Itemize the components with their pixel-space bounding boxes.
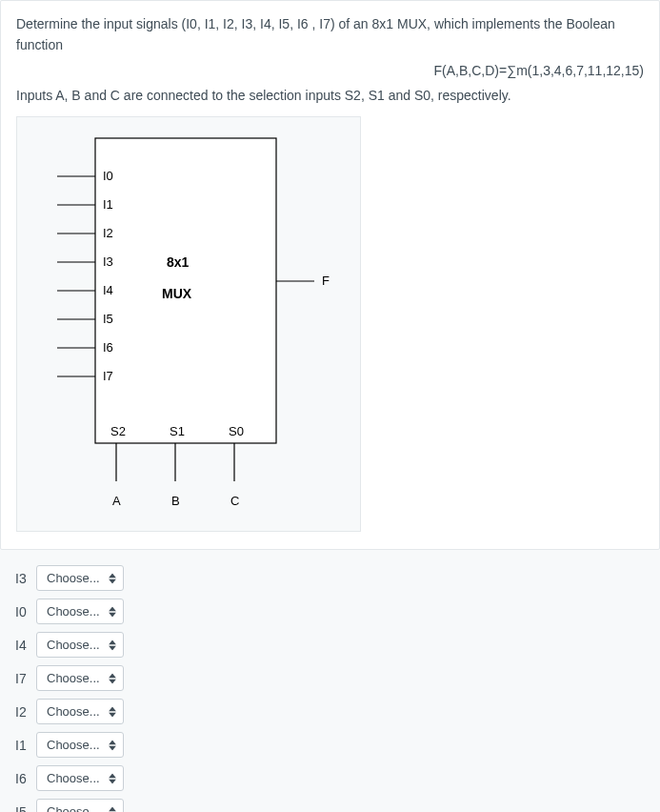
answer-row: I0 Choose... — [15, 599, 645, 624]
answer-select-i6[interactable]: Choose... — [36, 765, 124, 791]
mux-input-label: I7 — [103, 369, 113, 383]
updown-icon — [109, 639, 116, 650]
updown-icon — [109, 773, 116, 783]
mux-input-label: I2 — [103, 226, 113, 240]
updown-icon — [109, 573, 116, 583]
answer-select-i0[interactable]: Choose... — [36, 599, 124, 624]
answer-label: I0 — [15, 604, 36, 619]
answer-select-i1[interactable]: Choose... — [36, 732, 124, 758]
mux-input-label: I3 — [103, 254, 113, 269]
mux-select-var: C — [230, 494, 239, 508]
mux-select-label: S0 — [229, 424, 244, 438]
select-placeholder: Choose... — [47, 771, 100, 785]
answer-label: I1 — [15, 738, 36, 753]
updown-icon — [109, 806, 116, 812]
mux-select-label: S1 — [170, 424, 185, 438]
svg-marker-22 — [109, 712, 116, 717]
answers-section: I3 Choose... I0 Choose... I4 Choose... — [0, 554, 660, 812]
mux-diagram: I0 I1 I2 I3 I4 I5 I6 I7 8x1 MUX F S2 S1 … — [16, 116, 361, 532]
svg-marker-21 — [109, 706, 116, 711]
mux-output-label: F — [322, 274, 330, 288]
question-selection-note: Inputs A, B and C are connected to the s… — [16, 86, 644, 107]
answer-row: I4 Choose... — [15, 632, 645, 658]
mux-input-label: I4 — [103, 283, 113, 297]
mux-input-label: I5 — [103, 312, 113, 326]
svg-marker-20 — [109, 679, 116, 683]
answer-row: I5 Choose... — [15, 799, 645, 812]
answer-label: I4 — [15, 638, 36, 653]
updown-icon — [109, 740, 116, 750]
question-card: Determine the input signals (I0, I1, I2,… — [0, 0, 660, 550]
svg-marker-25 — [109, 773, 116, 778]
select-placeholder: Choose... — [47, 671, 100, 685]
mux-svg: I0 I1 I2 I3 I4 I5 I6 I7 8x1 MUX F S2 S1 … — [29, 129, 333, 519]
mux-select-var: B — [171, 494, 180, 508]
select-placeholder: Choose... — [47, 571, 100, 585]
select-placeholder: Choose... — [47, 704, 100, 719]
svg-marker-16 — [109, 612, 116, 617]
answer-row: I3 Choose... — [15, 565, 645, 591]
mux-input-label: I0 — [103, 169, 113, 183]
svg-marker-15 — [109, 606, 116, 611]
question-formula: F(A,B,C,D)=∑m(1,3,4,6,7,11,12,15) — [16, 63, 644, 78]
updown-icon — [109, 673, 116, 683]
answer-row: I2 Choose... — [15, 699, 645, 724]
mux-title-2: MUX — [162, 286, 192, 301]
select-placeholder: Choose... — [47, 638, 100, 652]
svg-marker-27 — [109, 806, 116, 811]
answer-label: I3 — [15, 571, 36, 586]
select-placeholder: Choose... — [47, 738, 100, 752]
updown-icon — [109, 706, 116, 717]
answer-row: I7 Choose... — [15, 665, 645, 691]
question-intro: Determine the input signals (I0, I1, I2,… — [16, 14, 644, 55]
svg-marker-26 — [109, 779, 116, 783]
mux-title-1: 8x1 — [167, 254, 190, 270]
answer-select-i4[interactable]: Choose... — [36, 632, 124, 658]
svg-marker-18 — [109, 645, 116, 650]
updown-icon — [109, 606, 116, 617]
answer-select-i5[interactable]: Choose... — [36, 799, 124, 812]
answer-row: I1 Choose... — [15, 732, 645, 758]
answer-row: I6 Choose... — [15, 765, 645, 791]
svg-marker-23 — [109, 740, 116, 744]
svg-marker-17 — [109, 639, 116, 644]
answer-label: I7 — [15, 671, 36, 686]
svg-marker-14 — [109, 579, 116, 583]
mux-select-label: S2 — [110, 424, 126, 438]
mux-input-label: I1 — [103, 197, 113, 212]
answer-label: I2 — [15, 704, 36, 720]
answer-label: I6 — [15, 771, 36, 786]
answer-select-i7[interactable]: Choose... — [36, 665, 124, 691]
mux-input-label: I6 — [103, 340, 113, 355]
svg-marker-13 — [109, 573, 116, 578]
select-placeholder: Choose... — [47, 804, 100, 812]
svg-marker-19 — [109, 673, 116, 678]
svg-marker-24 — [109, 745, 116, 750]
answer-select-i3[interactable]: Choose... — [36, 565, 124, 591]
answer-label: I5 — [15, 804, 36, 812]
mux-select-var: A — [112, 494, 121, 508]
select-placeholder: Choose... — [47, 604, 100, 619]
answer-select-i2[interactable]: Choose... — [36, 699, 124, 724]
